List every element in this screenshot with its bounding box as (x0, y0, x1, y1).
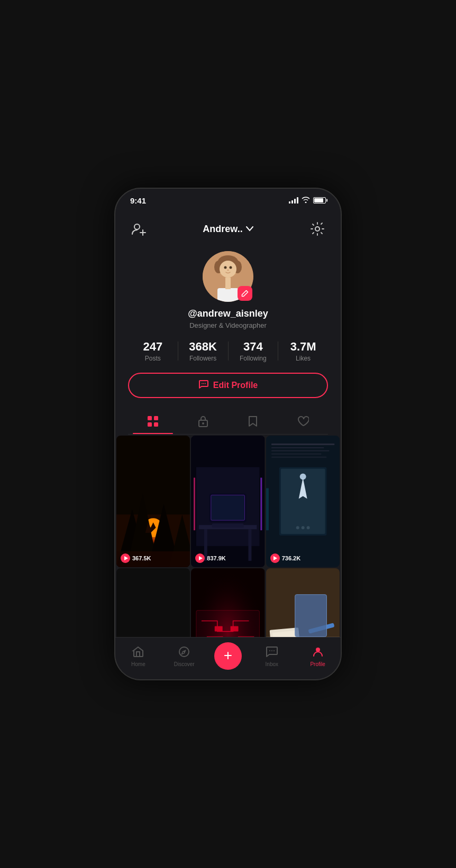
status-icons (289, 197, 326, 205)
stat-likes-label: Likes (296, 355, 311, 362)
header-username: Andrew.. (203, 224, 242, 235)
status-time: 9:41 (130, 196, 146, 205)
svg-rect-13 (217, 288, 239, 302)
username-dropdown[interactable]: Andrew.. (203, 224, 253, 235)
content-tabs (128, 409, 328, 435)
svg-point-16 (203, 383, 204, 384)
video-count-3: 736.2K (270, 553, 300, 563)
stat-posts[interactable]: 247 Posts (128, 340, 178, 362)
stat-following[interactable]: 374 Following (229, 340, 278, 362)
svg-rect-49 (271, 457, 326, 458)
play-icon-3 (270, 553, 280, 563)
svg-rect-43 (212, 524, 244, 528)
grid-item-6[interactable] (266, 568, 340, 637)
svg-rect-45 (271, 444, 334, 445)
nav-home-label: Home (131, 661, 145, 667)
stat-following-label: Following (240, 355, 267, 362)
play-icon-2 (195, 553, 205, 563)
nav-profile[interactable]: Profile (302, 644, 334, 667)
profile-header: Andrew.. (115, 212, 341, 246)
svg-point-81 (273, 650, 275, 651)
svg-rect-56 (266, 488, 269, 531)
svg-rect-42 (261, 478, 262, 531)
profile-handle: @andrew_aisnley (188, 308, 268, 319)
stat-posts-label: Posts (145, 355, 161, 362)
profile-icon (311, 644, 325, 659)
grid-row-2 (116, 568, 340, 637)
play-icon-1 (121, 553, 130, 563)
bottom-navigation: Home Discover + (115, 637, 341, 679)
svg-point-11 (230, 266, 232, 269)
svg-point-9 (220, 261, 236, 278)
grid-item-1[interactable]: 367.5K (116, 436, 190, 567)
home-icon (131, 644, 145, 659)
phone-frame: 9:41 (114, 188, 342, 680)
svg-rect-47 (271, 450, 329, 451)
svg-rect-75 (295, 595, 326, 637)
nav-inbox[interactable]: Inbox (256, 644, 288, 667)
svg-point-15 (202, 383, 203, 384)
svg-point-82 (316, 648, 320, 652)
tab-lock[interactable] (178, 409, 229, 434)
svg-rect-19 (154, 416, 158, 420)
svg-point-80 (271, 650, 272, 651)
stat-followers[interactable]: 368K Followers (178, 340, 228, 362)
svg-point-78 (184, 651, 185, 652)
video-count-1: 367.5K (121, 553, 151, 563)
signal-icon (289, 197, 298, 204)
svg-rect-66 (191, 568, 265, 637)
tab-grid[interactable] (128, 409, 178, 434)
nav-discover-label: Discover (174, 661, 195, 667)
nav-inbox-label: Inbox (266, 661, 278, 667)
svg-rect-39 (211, 495, 245, 521)
tab-heart[interactable] (278, 409, 329, 434)
discover-icon (177, 644, 191, 659)
add-friend-button[interactable] (128, 218, 149, 239)
grid-item-2[interactable]: 837.9K (191, 436, 265, 567)
wifi-icon (302, 197, 310, 205)
svg-rect-46 (271, 447, 324, 448)
grid-item-4[interactable] (116, 568, 190, 637)
grid-item-5[interactable] (191, 568, 265, 637)
settings-button[interactable] (307, 218, 328, 239)
video-grid: 367.5K (115, 435, 341, 637)
nav-profile-label: Profile (310, 661, 325, 667)
svg-rect-41 (194, 478, 195, 531)
nav-home[interactable]: Home (122, 644, 154, 667)
stat-likes[interactable]: 3.7M Likes (278, 340, 328, 362)
stat-likes-value: 3.7M (290, 340, 316, 354)
nav-create-button[interactable]: + (214, 642, 242, 670)
svg-point-23 (202, 422, 204, 424)
svg-rect-18 (148, 416, 152, 420)
svg-rect-48 (271, 454, 322, 455)
svg-point-3 (315, 227, 320, 231)
svg-rect-21 (154, 422, 158, 427)
chevron-down-icon (246, 225, 253, 233)
nav-discover[interactable]: Discover (168, 644, 200, 667)
stat-following-value: 374 (243, 340, 263, 354)
video-count-2: 837.9K (195, 553, 225, 563)
svg-rect-37 (249, 530, 252, 561)
grid-row-1: 367.5K (116, 436, 340, 567)
battery-icon (313, 197, 326, 204)
avatar-wrapper (203, 251, 253, 302)
edit-avatar-button[interactable] (238, 286, 252, 301)
stat-followers-label: Followers (189, 355, 216, 362)
status-bar: 9:41 (115, 189, 341, 212)
svg-point-17 (205, 383, 206, 384)
edit-profile-chat-icon (198, 379, 209, 392)
profile-section: @andrew_aisnley Designer & Videographer … (115, 246, 341, 435)
svg-rect-14 (225, 278, 231, 289)
svg-rect-20 (148, 422, 152, 427)
svg-point-12 (227, 270, 229, 271)
inbox-icon (265, 644, 279, 659)
edit-profile-button[interactable]: Edit Profile (128, 373, 328, 398)
svg-point-53 (296, 527, 299, 530)
content-area: Andrew.. (115, 212, 341, 637)
svg-point-0 (134, 224, 140, 229)
tab-bookmark[interactable] (228, 409, 278, 434)
svg-point-79 (269, 650, 270, 651)
stats-row: 247 Posts 368K Followers 374 Following (128, 340, 328, 362)
grid-item-3[interactable]: 736.2K (266, 436, 340, 567)
svg-point-10 (224, 266, 227, 269)
